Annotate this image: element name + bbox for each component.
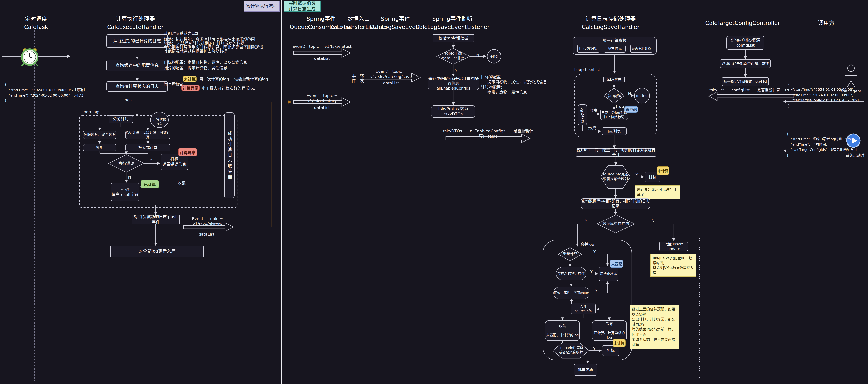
node-dispatch-calc: 分发计算 — [108, 115, 133, 123]
note-expire-1: 过期时间默认为1周 — [164, 31, 198, 36]
note-calc-exception: 小于最大可计算次数的异常log — [202, 86, 255, 91]
note-not-calc-meaning: 未计算：表示可以进行计算了 — [634, 185, 680, 199]
loop-logs-frame — [80, 116, 237, 208]
label-event-save: Event： topic = v1/tskv/calc/log/save — [357, 69, 425, 79]
label-sourceinfo-complete-1: sourceInfo完备 或者是聚合映射 — [598, 172, 632, 181]
node-data-mapping: 数据映射、聚合映射 — [83, 131, 116, 139]
label-controller-out: tskvList configList 是否重新计算： true — [708, 88, 795, 93]
node-indicator-calc: 指标计算、高级计算、分摊计算 — [125, 131, 170, 139]
section-divider — [281, 0, 282, 384]
badge-not-calculated: 未计算 — [183, 76, 197, 82]
node-discard-logs: 丢弃 已计算、计算异常的log — [592, 321, 627, 341]
note-merge-logic: 经过上面的合并逻辑，如果状态仍然 是已计算、计算异常，那么其再次计 算的结果也必… — [629, 305, 679, 349]
label-recalc-y: Y — [593, 249, 596, 255]
note-calc-config: 计算物配置：携带计算物、属性信息 — [164, 65, 227, 70]
label-same-y: Y — [595, 289, 597, 294]
node-update-all-logs: 对全部log更新入库 — [110, 246, 204, 257]
caller-user-json: { "startTime": "2024-01-01 00:00:00", "e… — [788, 82, 859, 108]
node-filter-things: 过滤出这些配置中的物、属性 — [720, 59, 771, 68]
node-log-list: log列表 — [601, 127, 627, 135]
label-event-history-left: Event： topic = v1/tskv/history — [179, 216, 236, 227]
label-datalist-history: dataList — [308, 105, 336, 110]
node-query-cached-config: 查询缓存中的配置信息 — [106, 60, 168, 71]
diagram-canvas: 物计算执行流程 实时数据消费 计算日志生成 定时调度 CalcTask 计算执行… — [0, 0, 868, 384]
label-loop-tskvlist: Loop tskvList — [574, 67, 600, 72]
clock-icon — [22, 49, 38, 66]
label-unified-params: 统一计算参数 — [595, 38, 634, 43]
label-collect-2: 收集 — [586, 108, 601, 113]
node-query-pending-logs: 查询待计算状态的日志 — [106, 81, 168, 91]
legend-realtime-flow: 实时数据消费 计算日志生成 — [284, 1, 320, 11]
label-exec-error: 执行错误 — [112, 161, 141, 166]
label-user-agent: user agent — [837, 89, 866, 94]
node-push-success-logs: 对 计算成功的日志 push事件 — [132, 215, 180, 224]
label-exec-error-n: N — [128, 175, 131, 180]
note-listener-calc-1: 计算物配置： — [481, 85, 505, 90]
label-cond-n: N — [476, 53, 479, 58]
node-accumulate: 累加 — [83, 144, 116, 151]
badge-not-calc-1: 未计算 — [657, 166, 669, 175]
node-log-collector: log收集器 — [578, 105, 587, 125]
header-caller: 调用方 — [818, 19, 835, 27]
node-same-diff-value: 同物、属性；不同value — [553, 287, 589, 299]
note-listener-calc-2: 携带计算物、属性信息 — [487, 90, 527, 95]
label-calc-count: 计算次数 +1 — [150, 117, 169, 126]
node-success-log-collector: 成功计算日志收集器 — [224, 113, 235, 199]
badge-calc-exception-note: 计算异常 — [182, 85, 199, 91]
label-db-exists: 数据库中存在的 — [596, 221, 636, 226]
node-collect-logs: 收集 未匹配、未计算的log — [545, 321, 580, 341]
label-collect: 收集 — [178, 180, 186, 186]
node-init-state: 初始化状态 — [598, 267, 618, 281]
label-event-forward-2: 转发 — [359, 73, 364, 83]
label-logs: logs — [108, 97, 132, 103]
label-recalc-diamond: 重新计算 — [558, 252, 582, 256]
note-expire-5: 其他情况就通过数据维护去修复数据 — [164, 49, 227, 54]
label-system-boot: 系统启动时 — [840, 153, 868, 158]
label-dbex-n: N — [652, 218, 654, 224]
node-merge-sourceinfo: 合并 sourceInfo — [571, 303, 596, 315]
orange-history-link — [234, 102, 291, 227]
header-calc-task: 定时调度 CalcTask — [24, 15, 48, 31]
badge-not-calc-2: 未计算 — [613, 339, 626, 347]
label-topic-cond: topic正确 dataList非空 — [435, 51, 471, 61]
label-listener-out: tskvDTOs allEnabledConfigs 是否重新计算： false — [441, 128, 535, 139]
node-batch-insert-update: 批量 insert update — [659, 241, 688, 251]
legend-main-flow: 物计算执行流程 — [244, 1, 280, 11]
node-formula-calc: 按公式计算 — [125, 144, 170, 151]
label-event-forward-1: 事件 — [350, 73, 356, 83]
label-dbex-y: Y — [585, 218, 587, 224]
header-calc-log-save-handler: 计算日志存储处理器 CalcLogSaveHandler — [582, 15, 640, 31]
label-event-history-mid: Event： topic = v1/tskv/history — [291, 93, 353, 104]
node-config-info: 配置信息 — [604, 45, 626, 53]
node-query-user-configs: 查询用户指定配置 configList — [726, 36, 765, 50]
label-continue: continue — [631, 93, 653, 98]
label-hit-config: 命中配置 — [601, 93, 627, 98]
label-cond-y: Y — [455, 68, 457, 73]
node-mark-result: 打标 填充result字段 — [111, 183, 140, 201]
note-listener-target-1: 目标物配置： — [481, 75, 505, 80]
header-calc-execute-handler: 计算执行处理器 CalcExecuteHandler — [107, 15, 163, 31]
node-tskv-object: tskv对象 — [603, 77, 625, 82]
note-listener-target-2: 携带目标物、属性，以及公式信息 — [487, 80, 547, 85]
node-validate-topic: 校验topic和数据 — [433, 34, 474, 42]
label-src2-y: Y — [593, 346, 595, 352]
node-generate-log: 生成一条log对象 打上初始标记 — [600, 110, 628, 120]
header-calc-log-save-event-listener: Spring事件监听 CalcLogSaveEventListener — [415, 15, 489, 31]
node-merge-log-bar: 合并log： 同一配置、同一时刻的日志对象进行合并 — [576, 148, 656, 157]
badge-calc-exception: 计算异常 — [178, 148, 197, 156]
node-clear-expired-logs: 清除过期的已计算的日志 — [106, 34, 168, 48]
label-merge-container: 合并log — [577, 242, 598, 247]
label-datalist-save: dataList — [377, 81, 405, 86]
label-datalist-latest: dataList — [308, 56, 336, 61]
header-calc-log-save-event: Spring事件 CalcLogSaveEvent — [370, 15, 422, 31]
label-exec-error-y: Y — [150, 158, 152, 164]
node-convert-dtos: tskvProtos 转为 tskvDTOs — [431, 105, 475, 118]
node-new-things: 存在新的物、属性 — [556, 267, 586, 280]
note-unique-key: unique key (配置id， 数据时间) 避免多JVM运行导致重复入库 — [650, 254, 696, 276]
label-hit-n: N — [628, 91, 631, 96]
note-target-config: 目标物配置：携带目标物、属性，以及公式信息 — [164, 60, 247, 65]
note-not-calculated: 第一次计算的log， 需要重新计算的log — [199, 77, 268, 82]
label-datalist-left: dataList — [193, 232, 220, 237]
label-src1-y: Y — [636, 173, 638, 178]
label-newt-y: Y — [590, 269, 593, 274]
